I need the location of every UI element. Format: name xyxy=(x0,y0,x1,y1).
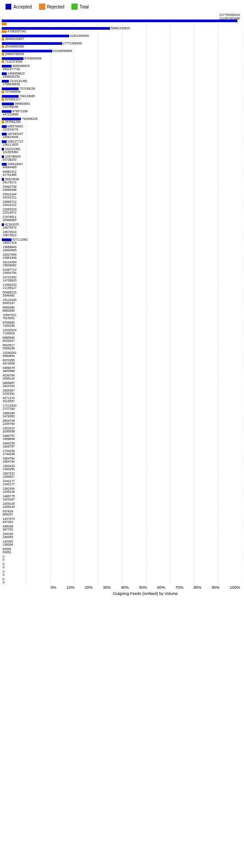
accepted-bar-line: 62182025 xyxy=(2,223,242,226)
bar-area: 68850946020207 xyxy=(2,337,242,342)
table-row: news.artcom.pl2546273624660498 xyxy=(2,185,242,192)
accepted-value: 937818 xyxy=(3,510,13,513)
accepted-bar xyxy=(2,238,12,241)
accepted-value: 10232524 xyxy=(3,329,16,332)
accepted-value: 23168394809 xyxy=(53,49,72,52)
accepted-value: 50881535823 xyxy=(111,27,130,30)
rejected-value: 447210688 xyxy=(3,113,18,116)
accepted-value: 11563233 xyxy=(3,283,16,286)
accepted-value: 239619047 xyxy=(8,163,23,166)
rejected-bar-line: 7132373590 xyxy=(2,60,242,63)
rejected-bar-line: 22514072 xyxy=(2,211,242,214)
bar-area: 5199771215454794 xyxy=(2,269,242,274)
accepted-bar-line: 988683891 xyxy=(2,103,242,105)
table-row: astercity5088153582347382057341 xyxy=(2,26,242,33)
rejected-bar-line: 15861909 xyxy=(2,257,242,259)
rejected-value: 1766649635 xyxy=(3,83,20,86)
accepted-bar xyxy=(2,133,7,135)
rejected-bar-line: 6890060 xyxy=(2,309,242,312)
bar-area: 1437674497262 xyxy=(2,518,242,523)
accepted-bar xyxy=(2,87,19,90)
bar-area: 68900606890060 xyxy=(2,306,242,312)
accepted-value: 4536764 xyxy=(3,374,15,377)
rejected-value: 5546482 xyxy=(3,294,15,297)
table-row: fu-berlin294190246455 xyxy=(2,532,242,539)
rejected-bar-line: 23410122 xyxy=(2,204,242,206)
bar-area: 00 xyxy=(2,571,242,576)
accepted-bar-line: 4468475 xyxy=(2,367,242,369)
rejected-bar-line: 447210688 xyxy=(2,113,242,116)
rejected-value: 20634786539 xyxy=(5,52,24,55)
bar-area: 476672266447210688 xyxy=(2,110,242,116)
table-row: studio42713743018357 xyxy=(2,396,242,403)
rejected-value: 0 xyxy=(3,581,4,584)
accepted-bar-line: 476672266 xyxy=(2,110,242,113)
accepted-bar-line: 21576911 xyxy=(2,216,242,218)
accepted-bar-line: 25462736 xyxy=(2,186,242,188)
table-row: agh2296322022514072 xyxy=(2,207,242,214)
accepted-bar-line: 105798920 xyxy=(2,155,242,158)
bar-area: 187083197180623448 xyxy=(2,133,242,139)
table-row: rsk24861892478352 xyxy=(2,411,242,418)
rejected-bar-line: 497262 xyxy=(2,521,242,523)
rejected-value: 1035146 xyxy=(3,490,15,493)
rejected-value: 19875374 xyxy=(3,226,16,229)
rejected-value: 2727290 xyxy=(3,407,15,410)
rejected-value: 15609092 xyxy=(3,264,16,267)
bar-area: 6218202519875374 xyxy=(2,223,242,229)
accepted-value: 31601446540 xyxy=(70,34,89,37)
accepted-bar xyxy=(2,223,4,226)
accepted-bar xyxy=(2,110,12,113)
table-row: lodman151222659343197 xyxy=(2,298,242,305)
table-row: torman10421771042177 xyxy=(2,479,242,486)
accepted-bar-line: 2604749 xyxy=(2,420,242,422)
accepted-value: 498038 xyxy=(3,525,13,528)
accepted-value: 142000 xyxy=(3,540,13,543)
bar-area: 1156323311199127 xyxy=(2,284,242,289)
rejected-bar-line: 14706920 xyxy=(2,279,242,282)
rejected-bar-line: 519769296 xyxy=(2,106,242,108)
bar-area: 737038239707448599 xyxy=(2,87,242,93)
x-axis-tick: 60% xyxy=(157,585,165,590)
rejected-bar-line: 869207 xyxy=(2,513,242,516)
table-row: internetia476672266447210688 xyxy=(2,109,242,116)
accepted-value: 4468475 xyxy=(3,366,15,369)
rejected-bar-line: 5546482 xyxy=(2,294,242,297)
accepted-value: 1042177 xyxy=(3,480,15,483)
accepted-bar-line: 498038 xyxy=(2,525,242,528)
bar-area: 2157691120486665 xyxy=(2,216,242,222)
rejected-bar-line: 3941977724 xyxy=(2,68,242,71)
rejected-bar-line: 3232391 xyxy=(2,392,242,395)
rejected-bar-line: 25428060360 xyxy=(2,45,242,48)
x-axis-tick: 50% xyxy=(139,585,147,590)
rejected-bar-line: 158111835 xyxy=(2,143,242,146)
rejected-bar-line: 1009145 xyxy=(2,506,242,508)
rejected-bar xyxy=(2,30,7,33)
bar-area: 31101314501766649635 xyxy=(2,80,242,86)
bar-area: 1966884918494065 xyxy=(2,246,242,252)
legend-total-box xyxy=(71,4,78,10)
rejected-value: 6020207 xyxy=(3,339,15,342)
accepted-value: 427111962 xyxy=(12,238,28,241)
accepted-value: 3110131450 xyxy=(10,79,27,83)
rejected-bar-line: 1766649635 xyxy=(2,83,242,86)
accepted-value: 199127712 xyxy=(8,140,23,143)
table-row: task10091451009145 xyxy=(2,502,242,509)
rejected-bar-line: 138306 xyxy=(2,543,242,546)
accepted-bar-line: 1009145 xyxy=(2,503,242,505)
table-row: bydgoszcz14867751023187 xyxy=(2,494,242,501)
rejected-bar-line: 6020207 xyxy=(2,340,242,342)
bar-area: 937818869207 xyxy=(2,510,242,516)
accepted-bar-line: 50881535823 xyxy=(2,27,242,30)
bar-area: 2546273624660498 xyxy=(2,186,242,191)
rejected-value: 93391 xyxy=(3,551,11,554)
bar-area: 199127712158111835 xyxy=(2,140,242,146)
rejected-value: 1858846 xyxy=(3,437,15,440)
table-row: bydgoszcz-fast24807971858846 xyxy=(2,434,242,441)
bar-area: 10579892063738200 xyxy=(2,155,242,161)
rejected-bar-line: 28493102827 xyxy=(2,38,242,40)
rejected-bar-line: 257561294 xyxy=(2,121,242,123)
accepted-bar xyxy=(2,118,21,120)
accepted-value: 0 xyxy=(3,563,4,566)
accepted-bar-line: 737038239 xyxy=(2,87,242,90)
